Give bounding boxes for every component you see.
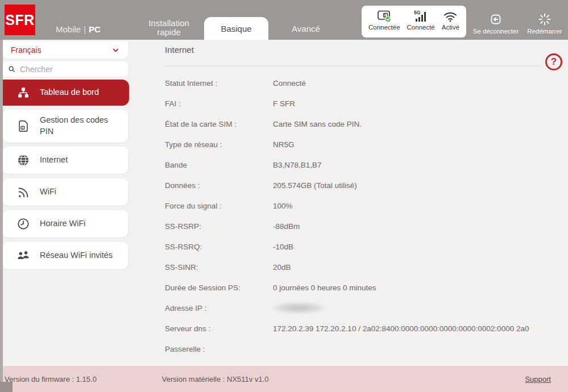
sidebar-item-reseau-wifi-invites[interactable]: Réseau WiFi invités [3, 242, 128, 269]
sidebar-item-label: Tableau de bord [40, 87, 103, 98]
info-row: Type de réseau :NR5G [165, 134, 557, 155]
sidebar-item-label: Gestion des codes PIN [40, 115, 128, 137]
tab-installation-line2: rapide [137, 28, 201, 37]
tab-avance-label: Avancé [292, 24, 320, 34]
info-row: Force du signal :100% [165, 195, 557, 216]
info-row-label: FAI : [165, 99, 273, 108]
info-row-label: Force du signal : [165, 202, 273, 210]
info-row-value: 0 journées 0 heures 0 minutes [273, 283, 376, 292]
tab-avance[interactable]: Avancé [280, 24, 332, 34]
info-row-label: SS-SINR: [165, 263, 273, 272]
page-title: Internet [165, 45, 194, 55]
sidebar-item-wifi[interactable]: WiFi [3, 178, 128, 206]
sidebar-item-horaire-wifi[interactable]: Horaire WiFi [3, 210, 128, 237]
globe-icon [16, 154, 30, 166]
status-wifi: Activé [442, 9, 459, 37]
info-row-value: F SFR [273, 99, 295, 108]
language-select[interactable]: Français [3, 41, 128, 59]
info-row-value: Carte SIM sans code PIN. [273, 120, 362, 128]
info-row-label: SS-RSRQ: [165, 243, 273, 251]
device-toggle-separator: | [84, 24, 86, 34]
sitemap-icon [16, 86, 30, 99]
info-row: SS-RSRQ:-10dB [165, 236, 557, 257]
status-indicator-box: Connectée 5G Connecté [362, 6, 466, 37]
status-network: 5G Connecté [407, 9, 435, 37]
info-row: Serveur dns :172.20.2.39 172.20.2.10 / 2… [165, 318, 557, 339]
support-link[interactable]: Support [525, 375, 551, 383]
sidebar-item-label: WiFi [40, 186, 61, 198]
device-toggle-mobile[interactable]: Mobile [56, 24, 81, 34]
footer-bar: Version du firmware : 1.15.0 Version mat… [0, 366, 568, 392]
tab-installation-line1: Installation [137, 19, 201, 28]
info-row: Adresse IP : [165, 298, 557, 318]
logout-label: Se déconnecter [473, 28, 519, 35]
signal-5g-badge: 5G [414, 10, 421, 15]
help-button[interactable]: ? [545, 53, 562, 70]
tab-basique[interactable]: Basique [204, 17, 268, 40]
sim-connected-icon [377, 9, 392, 23]
sidebar-item-label: Horaire WiFi [40, 218, 90, 230]
search-input[interactable] [20, 65, 123, 74]
status-wifi-label: Activé [442, 24, 459, 31]
restart-label: Redémarrer [527, 28, 562, 35]
info-row-value: 20dB [273, 263, 291, 272]
device-toggle[interactable]: Mobile|PC [56, 24, 101, 34]
info-row: SS-RSRP:-88dBm [165, 216, 557, 236]
info-row-label: Passerelle : [165, 345, 273, 353]
wifi-signal-icon [16, 186, 30, 198]
restart-button[interactable]: Redémarrer [522, 12, 567, 35]
hardware-version: Version matérielle : NX511v v1.0 [162, 375, 269, 383]
sidebar-scrollbar-thumb[interactable] [0, 382, 13, 392]
info-row: Données :205.574GB (Total utilisé) [165, 175, 557, 195]
info-row: SS-SINR:20dB [165, 257, 557, 277]
status-sim: Connectée [368, 9, 400, 37]
sidebar-item-label: Internet [40, 155, 72, 166]
info-row: Passerelle : [165, 339, 557, 359]
sidebar-scrollbar-track [0, 40, 3, 382]
sidebar-item-internet[interactable]: Internet [3, 147, 128, 174]
clock-icon [16, 218, 30, 230]
logout-button[interactable]: Se déconnecter [467, 12, 524, 35]
sidebar-item-gestion-codes-pin[interactable]: Gestion des codes PIN [3, 110, 128, 143]
info-row-label: Adresse IP : [165, 304, 273, 312]
header-bar: SFR Mobile|PC Installation rapide Basiqu… [0, 0, 568, 40]
wifi-status-icon [443, 9, 458, 23]
status-network-label: Connecté [407, 24, 435, 31]
info-row: État de la carte SIM :Carte SIM sans cod… [165, 114, 557, 134]
info-row-label: SS-RSRP: [165, 222, 273, 231]
title-divider [164, 66, 541, 66]
redacted-value [273, 302, 324, 314]
router-admin-page: SFR Mobile|PC Installation rapide Basiqu… [0, 0, 568, 392]
info-row-value [273, 302, 324, 314]
info-row: Durée de Session PS:0 journées 0 heures … [165, 277, 557, 298]
sim-card-icon [16, 120, 30, 132]
info-row-value: 100% [273, 202, 293, 210]
help-glyph: ? [551, 56, 557, 68]
info-row-value: NR5G [273, 140, 295, 149]
language-select-value: Français [11, 45, 111, 55]
guests-icon [16, 250, 30, 261]
info-row-label: Serveur dns : [165, 324, 273, 333]
search-icon [8, 64, 15, 74]
info-row-label: Données : [165, 181, 273, 190]
info-row-value: Connecté [273, 79, 306, 87]
info-row-value: -10dB [273, 243, 293, 251]
tab-installation-rapide[interactable]: Installation rapide [137, 19, 201, 37]
restart-spinner-icon [538, 12, 552, 26]
firmware-version: Version du firmware : 1.15.0 [5, 375, 97, 383]
device-toggle-pc[interactable]: PC [89, 24, 101, 34]
logout-icon [489, 12, 503, 26]
info-row-value: B3,N78,B1,B7 [273, 161, 322, 169]
search-box[interactable] [3, 61, 128, 77]
info-row-label: Statut Internet : [165, 79, 273, 87]
sidebar-item-label: Réseau WiFi invités [40, 250, 117, 261]
info-row: FAI :F SFR [165, 93, 557, 114]
signal-5g-icon: 5G [413, 9, 428, 23]
info-rows: Statut Internet :ConnectéFAI :F SFRÉtat … [165, 73, 557, 359]
info-row-label: Type de réseau : [165, 140, 273, 149]
info-row: Statut Internet :Connecté [165, 73, 557, 93]
info-row: BandeB3,N78,B1,B7 [165, 155, 557, 175]
info-row-label: Durée de Session PS: [165, 283, 273, 292]
info-row-value: -88dBm [273, 222, 300, 231]
sidebar-item-tableau-de-bord[interactable]: Tableau de bord [0, 80, 129, 106]
